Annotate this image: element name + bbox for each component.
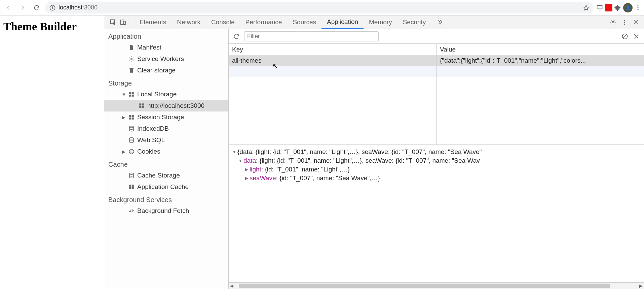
preview-line[interactable]: ▶light: {id: "T_001", name: "Light",…} bbox=[232, 165, 643, 174]
extension-red-icon[interactable] bbox=[605, 4, 612, 11]
table-row-key[interactable]: all-themes bbox=[229, 55, 436, 66]
chevron-double-right-icon bbox=[437, 19, 443, 26]
sidebar-item-application-cache[interactable]: Application Cache bbox=[104, 181, 228, 193]
clear-all-icon[interactable] bbox=[621, 33, 629, 40]
svg-rect-2 bbox=[52, 6, 53, 7]
sidebar-item-label: Cookies bbox=[137, 148, 160, 155]
sidebar-item-clear-storage[interactable]: Clear storage bbox=[104, 65, 228, 76]
refresh-icon[interactable] bbox=[233, 33, 240, 40]
tab-memory[interactable]: Memory bbox=[364, 15, 397, 29]
svg-rect-22 bbox=[142, 106, 144, 108]
close-devtools-icon[interactable] bbox=[633, 19, 639, 26]
sidebar-item-session-storage[interactable]: ▶Session Storage bbox=[104, 111, 228, 123]
storage-toolbar bbox=[229, 29, 644, 44]
tab-console[interactable]: Console bbox=[206, 15, 240, 29]
col-header-key[interactable]: Key bbox=[229, 44, 436, 55]
sidebar-item-label: Clear storage bbox=[137, 67, 176, 74]
svg-point-10 bbox=[612, 22, 614, 23]
settings-gear-icon[interactable] bbox=[610, 19, 616, 26]
application-sidebar: ApplicationManifestService WorkersClear … bbox=[104, 29, 229, 289]
filter-input[interactable] bbox=[244, 31, 379, 41]
sidebar-item-manifest[interactable]: Manifest bbox=[104, 42, 228, 53]
sidebar-item-indexeddb[interactable]: IndexedDB bbox=[104, 123, 228, 134]
svg-rect-36 bbox=[132, 185, 134, 187]
tab-application[interactable]: Application bbox=[321, 15, 364, 29]
devtools-tabbar: ElementsNetworkConsolePerformanceSources… bbox=[104, 15, 644, 29]
svg-point-5 bbox=[637, 7, 638, 8]
sidebar-item-label: Cache Storage bbox=[137, 172, 180, 179]
svg-point-13 bbox=[624, 24, 625, 25]
tab-network[interactable]: Network bbox=[172, 15, 206, 29]
sidebar-item-label: IndexedDB bbox=[137, 125, 169, 132]
inspect-icon[interactable] bbox=[110, 19, 116, 26]
browser-toolbar: localhost:3000 👤 bbox=[0, 0, 644, 15]
tab-elements[interactable]: Elements bbox=[134, 15, 172, 29]
sidebar-item-label: Application Cache bbox=[137, 183, 189, 191]
cookie-icon bbox=[128, 149, 135, 155]
sidebar-item-http-localhost-3000[interactable]: http://localhost:3000 bbox=[104, 100, 228, 111]
sidebar-item-cookies[interactable]: ▶Cookies bbox=[104, 146, 228, 157]
table-row-empty[interactable] bbox=[229, 66, 436, 77]
reload-button[interactable] bbox=[31, 2, 42, 13]
device-toggle-icon[interactable] bbox=[120, 19, 126, 26]
desktop-icon[interactable] bbox=[596, 4, 603, 11]
svg-rect-18 bbox=[132, 95, 134, 97]
sidebar-item-web-sql[interactable]: Web SQL bbox=[104, 134, 228, 146]
svg-rect-16 bbox=[132, 92, 134, 94]
svg-rect-38 bbox=[132, 187, 134, 189]
svg-point-34 bbox=[129, 173, 134, 175]
tab-performance[interactable]: Performance bbox=[240, 15, 288, 29]
trash-icon bbox=[128, 67, 135, 73]
svg-point-28 bbox=[129, 138, 134, 139]
storage-table: Key all-themes Value {"data":{"light":{"… bbox=[229, 44, 644, 145]
tab-security[interactable]: Security bbox=[397, 15, 431, 29]
sidebar-item-service-workers[interactable]: Service Workers bbox=[104, 53, 228, 65]
sidebar-group: Background Services bbox=[104, 193, 228, 205]
forward-button[interactable] bbox=[17, 2, 28, 13]
sidebar-item-label: Manifest bbox=[137, 44, 161, 51]
preview-line[interactable]: ▼{data: {light: {id: "T_001", name: "Lig… bbox=[232, 148, 643, 156]
preview-line[interactable]: ▶seaWave: {id: "T_007", name: "Sea Wave"… bbox=[232, 174, 643, 183]
sidebar-group: Application bbox=[104, 29, 228, 42]
sidebar-item-label: Service Workers bbox=[137, 55, 184, 63]
kebab-icon[interactable] bbox=[621, 19, 628, 26]
table-row-value[interactable]: {"data":{"light":{"id":"T_001","name":"L… bbox=[437, 55, 644, 66]
svg-point-14 bbox=[131, 58, 132, 60]
sidebar-item-background-fetch[interactable]: Background Fetch bbox=[104, 205, 228, 217]
svg-point-29 bbox=[129, 149, 134, 154]
sidebar-item-label: Local Storage bbox=[137, 91, 177, 98]
preview-line[interactable]: ▼data: {light: {id: "T_001", name: "Ligh… bbox=[232, 156, 643, 165]
tab-sources[interactable]: Sources bbox=[287, 15, 321, 29]
table-row-empty[interactable] bbox=[437, 66, 644, 77]
col-header-value[interactable]: Value bbox=[437, 44, 644, 55]
svg-rect-21 bbox=[139, 106, 141, 108]
url-text: localhost:3000 bbox=[59, 4, 580, 11]
back-button[interactable] bbox=[3, 2, 14, 13]
devtools-panel: ElementsNetworkConsolePerformanceSources… bbox=[104, 15, 644, 289]
avatar[interactable]: 👤 bbox=[623, 3, 633, 12]
kebab-icon[interactable] bbox=[635, 4, 641, 11]
url-bar[interactable]: localhost:3000 bbox=[45, 2, 594, 13]
value-preview: ▼{data: {light: {id: "T_001", name: "Lig… bbox=[229, 145, 644, 282]
tabs-overflow[interactable] bbox=[431, 15, 449, 29]
grid-icon bbox=[128, 184, 135, 190]
sidebar-item-label: Background Fetch bbox=[137, 207, 189, 215]
svg-rect-26 bbox=[132, 118, 134, 120]
svg-rect-1 bbox=[52, 7, 53, 9]
extensions-icon[interactable] bbox=[614, 4, 621, 11]
sidebar-item-label: http://localhost:3000 bbox=[147, 102, 204, 109]
svg-rect-15 bbox=[129, 92, 131, 94]
sync-icon bbox=[128, 208, 135, 214]
db-icon bbox=[128, 126, 135, 132]
svg-rect-24 bbox=[132, 115, 134, 117]
page-title: Theme Builder bbox=[3, 20, 101, 33]
svg-point-30 bbox=[130, 151, 131, 151]
star-icon[interactable] bbox=[583, 4, 590, 11]
sidebar-group: Cache bbox=[104, 157, 228, 170]
svg-rect-19 bbox=[139, 103, 141, 105]
sidebar-item-cache-storage[interactable]: Cache Storage bbox=[104, 170, 228, 181]
delete-selected-icon[interactable] bbox=[633, 33, 640, 40]
sidebar-item-local-storage[interactable]: ▼Local Storage bbox=[104, 89, 228, 100]
svg-point-27 bbox=[129, 126, 134, 128]
horizontal-scrollbar[interactable]: ◀ ▶ bbox=[229, 282, 644, 289]
